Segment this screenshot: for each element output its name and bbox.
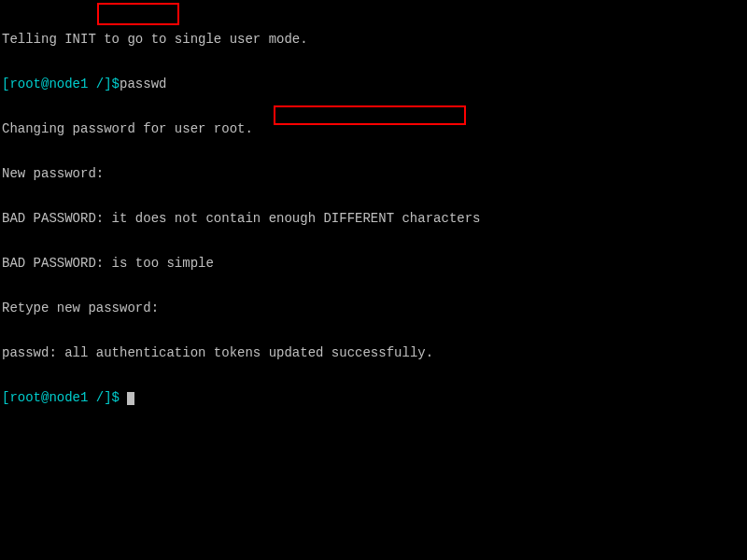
output-line: Retype new password: [2, 301, 745, 315]
output-line: Telling INIT to go to single user mode. [2, 32, 745, 47]
text-segment: to go to s [104, 32, 182, 47]
cursor-icon [127, 392, 134, 405]
output-line: Changing password for user root. [2, 121, 745, 136]
text-segment: updated successfully. [269, 345, 433, 360]
text-segment: Changing password for user root. [2, 121, 253, 136]
output-line: [root@node1 /]$passwd [2, 77, 745, 91]
text-segment: Telling INIT [2, 32, 104, 47]
shell-prompt: [root@node1 /]$ [2, 390, 120, 405]
output-line: [root@node1 /]$ [2, 390, 745, 405]
text-segment: New password: [2, 166, 104, 181]
text-segment: Retype new password: [2, 301, 159, 315]
output-line: BAD PASSWORD: is too simple [2, 256, 745, 271]
shell-prompt: [root@node1 /]$ [2, 77, 120, 91]
command-text: passwd [120, 77, 166, 91]
text-segment: BAD PASSWORD: it does not contain enough… [2, 211, 480, 226]
text-segment: passwd: all authentication tokens [2, 345, 269, 360]
text-segment: BAD PASSWORD: is too simple [2, 256, 214, 271]
output-line: passwd: all authentication tokens update… [2, 345, 745, 360]
output-line: BAD PASSWORD: it does not contain enough… [2, 211, 745, 226]
text-segment: ingle user mode. [182, 32, 307, 47]
output-line: New password: [2, 166, 745, 181]
terminal-output[interactable]: Telling INIT to go to single user mode. … [0, 0, 747, 422]
